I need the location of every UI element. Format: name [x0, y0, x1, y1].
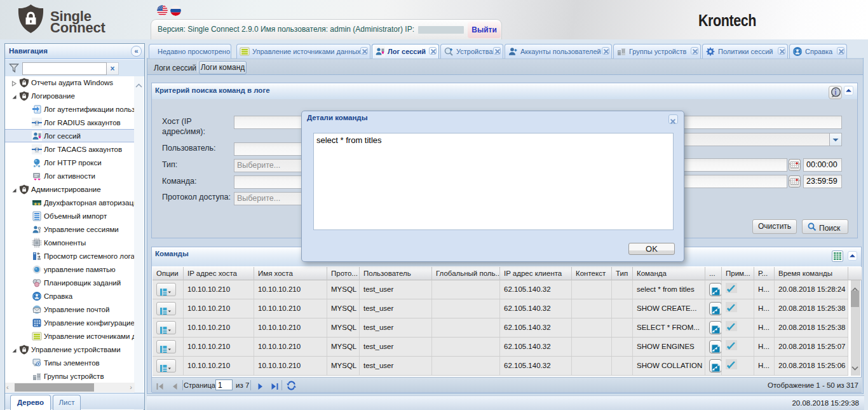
- svg-text:★★: ★★: [34, 202, 41, 206]
